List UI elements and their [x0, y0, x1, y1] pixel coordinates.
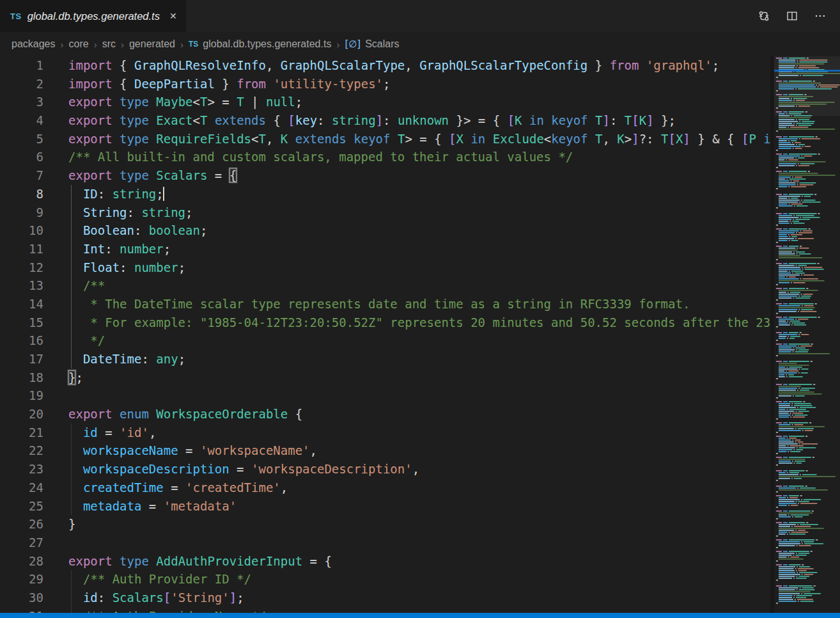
code-line[interactable]: 27 [0, 534, 770, 552]
code-line[interactable]: 5export type RequireFields<T, K extends … [0, 130, 770, 148]
code-token: T [200, 113, 207, 127]
code-token: X [456, 132, 463, 146]
code-line[interactable]: 26} [0, 515, 770, 534]
code-token: workspaceName [83, 443, 178, 457]
code-token: , [281, 480, 288, 495]
code-token: GraphQLScalarType [281, 58, 405, 72]
code-token: : [317, 113, 332, 127]
code-line[interactable]: 19 [0, 386, 770, 405]
breadcrumb-item-src[interactable]: src [102, 38, 116, 50]
code-token: string [113, 187, 157, 201]
code-token: string [141, 205, 185, 219]
code-token: [ [668, 132, 675, 146]
code-token [68, 278, 83, 292]
code-line[interactable]: 21 id = 'id', [0, 424, 770, 442]
code-token [113, 407, 120, 421]
code-token [288, 132, 295, 146]
code-token [113, 95, 120, 109]
code-token: , [602, 132, 617, 146]
code-line[interactable]: 11 Int: number; [0, 240, 770, 258]
code-token: 'utility-types' [273, 77, 383, 91]
code-token: K [281, 132, 288, 146]
code-line[interactable]: 15 * For example: "1985-04-12T23:20:50.5… [0, 313, 770, 332]
code-text: export enum WorkspaceOrderable { [68, 405, 302, 424]
line-number: 6 [0, 148, 43, 166]
code-token: WorkspaceOrderable [156, 407, 288, 421]
code-line[interactable]: 12 Float: number; [0, 258, 770, 277]
more-actions-icon[interactable] [814, 10, 826, 22]
code-token [266, 77, 273, 91]
code-token: , [149, 425, 156, 440]
code-line[interactable]: 23 workspaceDescription = 'workspaceDesc… [0, 460, 770, 479]
code-token: null [266, 95, 295, 109]
status-bar[interactable] [0, 613, 840, 618]
code-token [390, 132, 397, 146]
tab-global-db-types-generated-ts[interactable]: TS global.db.types.generated.ts ✕ [0, 0, 186, 32]
text-cursor [163, 187, 164, 201]
code-line[interactable]: 10 Boolean: boolean; [0, 221, 770, 240]
code-line[interactable]: 6/** All built-in and custom scalars, ma… [0, 148, 770, 166]
code-token: T [595, 132, 602, 146]
code-token: 'id' [120, 425, 149, 440]
code-token: keyof [551, 113, 587, 127]
symbol-variable-icon: [∅] [345, 38, 361, 50]
code-token: { [727, 132, 734, 146]
code-token: keyof [551, 132, 587, 146]
line-number: 3 [0, 93, 43, 111]
code-line[interactable]: 13 /** [0, 276, 770, 295]
code-line[interactable]: 7export type Scalars = { [0, 166, 770, 185]
code-token [602, 58, 609, 72]
code-line[interactable]: 28export type AddAuthProviderInput = { [0, 552, 770, 571]
code-token [127, 77, 134, 91]
code-line[interactable]: 16 */ [0, 331, 770, 350]
line-number: 15 [0, 313, 43, 332]
code-token [522, 113, 529, 127]
breadcrumb-item-core[interactable]: core [69, 38, 89, 50]
code-token: in [529, 113, 544, 127]
code-token [281, 113, 288, 127]
code-token: Exact [156, 113, 192, 127]
code-token [113, 58, 120, 72]
code-line[interactable]: 4export type Exact<T extends { [key: str… [0, 111, 770, 130]
code-text: ID: string; [68, 185, 164, 203]
code-token: { [493, 113, 500, 127]
code-token: 'metadata' [164, 499, 237, 513]
line-number: 25 [0, 497, 43, 516]
code-line[interactable]: 30 id: Scalars['String']; [0, 589, 770, 607]
code-token: ; [178, 260, 185, 274]
code-line[interactable]: 2import { DeepPartial } from 'utility-ty… [0, 75, 770, 93]
typescript-file-icon: TS [10, 12, 22, 21]
code-line[interactable]: 20export enum WorkspaceOrderable { [0, 405, 770, 424]
breadcrumb-item-symbol[interactable]: Scalars [365, 38, 399, 50]
code-token: createdTime [83, 480, 164, 495]
close-icon[interactable]: ✕ [169, 11, 177, 21]
line-number: 21 [0, 424, 43, 442]
code-token: number [120, 242, 164, 256]
code-token [68, 572, 83, 586]
code-line[interactable]: 1import { GraphQLResolveInfo, GraphQLSca… [0, 56, 770, 75]
code-text: /** [68, 276, 105, 295]
breadcrumb-item-packages[interactable]: packages [12, 38, 56, 50]
code-token [113, 168, 120, 182]
code-token: ; [200, 223, 207, 237]
breadcrumb-item-generated[interactable]: generated [129, 38, 175, 50]
code-line[interactable]: 3export type Maybe<T> = T | null; [0, 93, 770, 111]
code-line[interactable]: 25 metadata = 'metadata' [0, 497, 770, 516]
code-editor[interactable]: 1import { GraphQLResolveInfo, GraphQLSca… [0, 56, 770, 618]
code-line[interactable]: 9 String: string; [0, 203, 770, 222]
code-line[interactable]: 18}; [0, 368, 770, 387]
code-token: AddAuthProviderInput [156, 554, 302, 568]
minimap[interactable] [774, 56, 840, 613]
code-line[interactable]: 24 createdTime = 'createdTime', [0, 479, 770, 497]
code-line[interactable]: 14 * The DateTime scalar type represents… [0, 295, 770, 313]
chevron-right-icon: › [121, 39, 124, 50]
code-line[interactable]: 22 workspaceName = 'workspaceName', [0, 441, 770, 460]
open-changes-icon[interactable] [758, 10, 770, 22]
split-editor-icon[interactable] [786, 10, 798, 22]
code-line[interactable]: 29 /** Auth Provider ID */ [0, 570, 770, 589]
tab-bar: TS global.db.types.generated.ts ✕ [0, 0, 840, 32]
code-line[interactable]: 17 DateTime: any; [0, 350, 770, 368]
breadcrumb-item-file[interactable]: global.db.types.generated.ts [203, 38, 331, 50]
line-number: 29 [0, 570, 43, 589]
code-line[interactable]: 8 ID: string; [0, 185, 770, 203]
